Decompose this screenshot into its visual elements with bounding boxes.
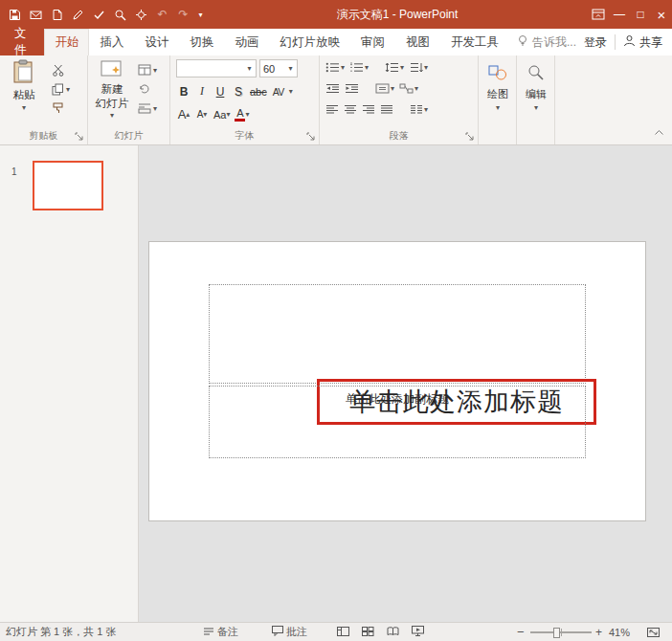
layout-button[interactable]: ▾ bbox=[136, 60, 159, 79]
shrink-font-button[interactable]: A▾ bbox=[194, 106, 210, 123]
dropdown-arrow-icon: ▾ bbox=[391, 85, 394, 92]
lightbulb-icon bbox=[517, 34, 528, 50]
tab-developer[interactable]: 开发工具 bbox=[440, 29, 509, 55]
settings-icon[interactable] bbox=[131, 3, 151, 26]
numbering-button[interactable]: ▾ bbox=[349, 62, 369, 73]
character-spacing-button[interactable]: AV bbox=[271, 83, 286, 100]
slide-sorter-view-button[interactable] bbox=[362, 627, 374, 638]
clipboard-dialog-launcher[interactable] bbox=[74, 131, 84, 142]
line-spacing-button[interactable]: ▾ bbox=[385, 62, 404, 73]
font-dialog-launcher[interactable] bbox=[305, 131, 316, 142]
cut-button[interactable] bbox=[50, 60, 72, 79]
fit-to-window-button[interactable] bbox=[647, 623, 660, 641]
change-case-button[interactable]: Aa▾ bbox=[213, 106, 231, 123]
minimize-button[interactable]: — bbox=[609, 0, 630, 29]
new-document-icon[interactable] bbox=[47, 3, 67, 26]
grow-font-label: A bbox=[178, 107, 187, 122]
font-row-styles: B I U S abc AV ▾ bbox=[176, 82, 319, 100]
align-left-button[interactable] bbox=[325, 104, 339, 115]
copy-button[interactable]: ▾ bbox=[50, 79, 72, 99]
zoom-level[interactable]: 41% bbox=[609, 623, 630, 641]
new-slide-button[interactable]: 新建 幻灯片 ▾ bbox=[90, 59, 134, 119]
section-button[interactable]: ▾ bbox=[136, 99, 159, 118]
ribbon-display-options-icon[interactable] bbox=[588, 0, 609, 29]
editing-button[interactable]: 编辑 ▾ bbox=[519, 63, 553, 111]
increase-indent-button[interactable] bbox=[345, 83, 359, 94]
slides-buttons: ▾ ▾ bbox=[136, 60, 159, 118]
columns-button[interactable]: ▾ bbox=[410, 104, 428, 115]
align-text-button[interactable]: ▾ bbox=[375, 83, 394, 94]
underline-button[interactable]: U bbox=[213, 83, 228, 100]
new-slide-label-line2: 幻灯片 bbox=[96, 98, 129, 110]
paragraph-row-1: ▾ ▾ ▾ ▾ bbox=[325, 59, 478, 75]
paste-button[interactable]: 粘贴 ▾ bbox=[4, 59, 44, 111]
dropdown-arrow-icon: ▾ bbox=[153, 105, 157, 112]
magnifier-icon bbox=[526, 63, 546, 84]
tab-slideshow[interactable]: 幻灯片放映 bbox=[269, 29, 350, 55]
email-icon[interactable] bbox=[26, 3, 46, 26]
share-button[interactable]: 共享 bbox=[623, 34, 662, 51]
strikethrough-button[interactable]: abc bbox=[249, 83, 268, 100]
qat-customize-icon[interactable]: ▾ bbox=[194, 11, 207, 19]
sign-in-link[interactable]: 登录 bbox=[584, 34, 607, 51]
zoom-in-button[interactable]: + bbox=[595, 623, 602, 641]
slide-count-status: 幻灯片 第 1 张，共 1 张 bbox=[6, 623, 117, 641]
tab-home[interactable]: 开始 bbox=[44, 29, 89, 55]
font-color-letter: A bbox=[236, 108, 243, 119]
ink-pen-icon[interactable] bbox=[68, 3, 88, 26]
tab-design[interactable]: 设计 bbox=[134, 29, 179, 55]
bold-button[interactable]: B bbox=[176, 83, 191, 100]
reset-button[interactable] bbox=[136, 79, 159, 99]
tab-review[interactable]: 审阅 bbox=[350, 29, 395, 55]
dropdown-arrow-icon: ▾ bbox=[66, 86, 70, 93]
undo-icon[interactable]: ↶ bbox=[152, 3, 172, 26]
notes-button[interactable]: 备注 bbox=[203, 623, 238, 641]
reading-view-button[interactable] bbox=[387, 627, 399, 638]
drawing-button[interactable]: 绘图 ▾ bbox=[481, 63, 515, 111]
font-size-value: 60 bbox=[260, 63, 284, 75]
comments-button[interactable]: 批注 bbox=[272, 623, 307, 641]
tab-transitions[interactable]: 切换 bbox=[179, 29, 224, 55]
italic-button[interactable]: I bbox=[194, 83, 210, 100]
clipboard-group: 粘贴 ▾ ▾ 剪贴板 bbox=[0, 55, 88, 144]
font-row-size-color: A▴ A▾ Aa▾ A▾ bbox=[176, 105, 319, 123]
format-painter-button[interactable] bbox=[50, 99, 72, 118]
dropdown-arrow-icon: ▾ bbox=[284, 64, 297, 73]
zoom-slider-thumb[interactable] bbox=[553, 628, 560, 638]
slideshow-view-button[interactable] bbox=[412, 626, 424, 638]
align-right-button[interactable] bbox=[362, 104, 375, 115]
title-placeholder[interactable]: 单击此处添加标题 bbox=[209, 284, 586, 384]
window-title: 演示文稿1 - PowerPoint bbox=[207, 7, 588, 23]
ribbon-tab-row: 文件 开始 插入 设计 切换 动画 幻灯片放映 审阅 视图 开发工具 告诉我..… bbox=[0, 29, 672, 55]
spelling-icon[interactable] bbox=[89, 3, 109, 26]
slide-thumbnail-panel: 1 bbox=[0, 145, 139, 622]
tab-view[interactable]: 视图 bbox=[395, 29, 440, 55]
grow-font-button[interactable]: A▴ bbox=[176, 106, 191, 123]
font-name-combo[interactable]: ▾ bbox=[176, 59, 257, 77]
justify-button[interactable] bbox=[380, 104, 393, 115]
text-shadow-button[interactable]: S bbox=[231, 83, 246, 100]
text-direction-button[interactable]: ▾ bbox=[409, 62, 428, 73]
font-color-button[interactable]: A▾ bbox=[234, 106, 250, 123]
find-icon[interactable] bbox=[110, 3, 130, 26]
decrease-indent-button[interactable] bbox=[325, 83, 340, 94]
font-size-combo[interactable]: 60▾ bbox=[259, 59, 298, 77]
bullets-button[interactable]: ▾ bbox=[325, 62, 345, 73]
tab-insert[interactable]: 插入 bbox=[89, 29, 134, 55]
tab-file[interactable]: 文件 bbox=[0, 29, 44, 55]
close-button[interactable]: × bbox=[651, 0, 672, 29]
normal-view-button[interactable] bbox=[337, 627, 349, 638]
zoom-out-button[interactable]: − bbox=[517, 623, 525, 641]
convert-smartart-button[interactable]: ▾ bbox=[399, 83, 418, 94]
paragraph-dialog-launcher[interactable] bbox=[464, 131, 475, 142]
maximize-button[interactable]: □ bbox=[630, 0, 651, 29]
slide-thumbnail-1[interactable] bbox=[33, 161, 103, 210]
collapse-ribbon-icon[interactable] bbox=[654, 125, 664, 139]
align-center-button[interactable] bbox=[344, 104, 357, 115]
view-switcher bbox=[337, 623, 424, 641]
subtitle-placeholder[interactable]: 单击此处添加副标题 bbox=[209, 386, 586, 458]
tab-animations[interactable]: 动画 bbox=[224, 29, 269, 55]
tell-me-search[interactable]: 告诉我... bbox=[509, 29, 584, 55]
save-icon[interactable] bbox=[5, 3, 25, 26]
redo-icon[interactable]: ↷ bbox=[173, 3, 193, 26]
